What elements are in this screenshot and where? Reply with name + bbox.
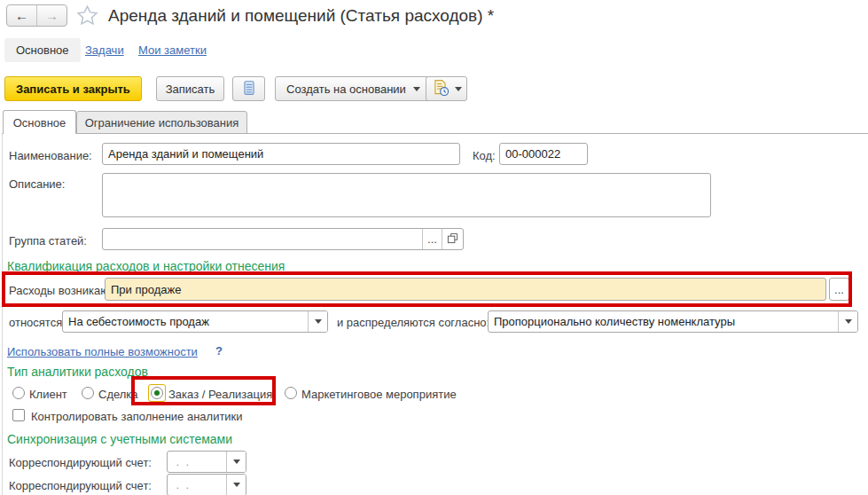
corr-account-2-label: Корреспондирующий счет: [9, 479, 152, 492]
tab-usage-restriction[interactable]: Ограничение использования [76, 111, 247, 134]
radio-deal-label[interactable]: Сделка [98, 388, 138, 401]
radio-client-label[interactable]: Клиент [29, 388, 67, 401]
favorite-star-icon[interactable] [75, 4, 99, 28]
chevron-down-icon [413, 87, 420, 91]
relate-dropdown-button[interactable] [308, 311, 327, 332]
relate-select-value[interactable]: На себестоимость продаж [63, 311, 308, 332]
corr-account-2-value[interactable]: . . [168, 475, 226, 495]
radio-deal[interactable] [79, 384, 97, 402]
relate-label: относятся: [9, 316, 66, 329]
description-textarea[interactable] [102, 173, 711, 217]
create-based-on-label: Создать на основании [286, 82, 406, 96]
radio-order-realization-label[interactable]: Заказ / Реализация [168, 388, 272, 401]
tab-main[interactable]: Основное [3, 110, 76, 134]
corr-account-1-value[interactable]: . . [168, 452, 226, 472]
section-sync-heading: Синхронизация с учетными системами [7, 432, 232, 446]
expenses-occur-label: Расходы возникают: [9, 284, 117, 297]
expenses-occur-choose-button[interactable]: ... [829, 278, 849, 301]
group-open-button[interactable] [442, 229, 463, 249]
change-history-button[interactable] [426, 76, 467, 101]
create-based-on-button[interactable]: Создать на основании [275, 76, 432, 101]
use-full-features-link[interactable]: Использовать полные возможности [7, 345, 198, 358]
expense-item-form-window: ← → Аренда зданий и помещений (Статья ра… [0, 0, 868, 495]
corr-account-2-select[interactable]: . . [167, 474, 246, 495]
code-input[interactable] [499, 143, 588, 165]
radio-circle [285, 387, 297, 399]
corr-account-1-label: Корреспондирующий счет: [9, 456, 152, 469]
control-analytics-checkbox-label[interactable]: Контролировать заполнение аналитики [31, 410, 243, 423]
forward-button[interactable]: → [37, 5, 66, 26]
group-choose-button[interactable]: ... [422, 229, 442, 249]
radio-circle [151, 387, 163, 399]
chevron-down-icon [233, 483, 240, 487]
group-input-value[interactable] [103, 229, 422, 249]
page-title: Аренда зданий и помещений (Статья расход… [108, 6, 494, 26]
radio-marketing-event-label[interactable]: Маркетинговое мероприятие [301, 388, 457, 401]
distributed-label: и распределяются согласно: [337, 316, 489, 329]
chevron-down-icon [233, 460, 240, 464]
code-field-label: Код: [473, 149, 496, 162]
distributed-select[interactable]: Пропорционально количеству номенклатуры [488, 310, 858, 333]
save-button[interactable]: Записать [156, 76, 224, 101]
description-field-label: Описание: [9, 177, 65, 191]
corr-account-2-dropdown-button[interactable] [226, 475, 246, 495]
section-qualification-heading: Квалификация расходов и настройки отнесе… [7, 259, 285, 273]
radio-order-realization[interactable] [148, 384, 166, 402]
chevron-down-icon [455, 87, 462, 91]
group-field-label: Группа статей: [9, 234, 87, 248]
chevron-down-icon [315, 319, 322, 324]
distributed-select-value[interactable]: Пропорционально количеству номенклатуры [489, 311, 838, 332]
relate-select[interactable]: На себестоимость продаж [62, 310, 328, 333]
nav-link-tasks[interactable]: Задачи [85, 43, 124, 57]
corr-account-1-dropdown-button[interactable] [226, 452, 246, 472]
name-field-label: Наименование: [9, 149, 92, 162]
history-nav-buttons: ← → [6, 4, 67, 27]
expenses-occur-input[interactable] [105, 278, 826, 301]
report-structure-button[interactable] [232, 76, 265, 101]
group-input[interactable]: ... [102, 228, 464, 250]
radio-circle [12, 387, 25, 399]
name-input[interactable] [102, 143, 460, 165]
nav-link-main[interactable]: Основное [4, 38, 81, 62]
section-analytics-heading: Тип аналитики расходов [7, 365, 148, 379]
stacked-list-icon [241, 80, 257, 98]
corr-account-1-select[interactable]: . . [167, 451, 246, 473]
control-analytics-checkbox[interactable] [12, 409, 25, 421]
help-question-mark[interactable]: ? [215, 344, 223, 358]
distributed-dropdown-button[interactable] [838, 311, 857, 332]
document-clock-icon [432, 79, 450, 99]
back-button[interactable]: ← [7, 5, 37, 26]
radio-marketing-event[interactable] [282, 384, 300, 402]
radio-circle [82, 387, 94, 399]
radio-client[interactable] [10, 384, 27, 402]
open-in-window-icon [447, 232, 458, 247]
chevron-down-icon [845, 319, 852, 324]
save-and-close-button[interactable]: Записать и закрыть [4, 76, 142, 101]
nav-link-notes[interactable]: Мои заметки [138, 43, 207, 57]
